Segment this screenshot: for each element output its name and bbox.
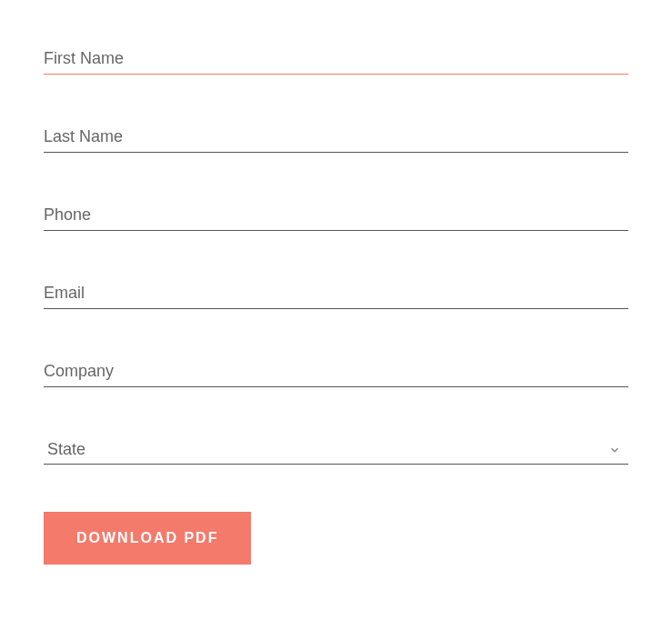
- email-input[interactable]: [44, 278, 628, 309]
- first-name-field: [44, 44, 628, 75]
- company-input[interactable]: [44, 356, 628, 387]
- phone-field: [44, 200, 628, 231]
- company-field: [44, 356, 628, 387]
- first-name-input[interactable]: [44, 44, 628, 75]
- state-field: State: [44, 435, 628, 465]
- last-name-input[interactable]: [44, 122, 628, 153]
- state-select[interactable]: State: [44, 435, 628, 465]
- download-pdf-button[interactable]: DOWNLOAD PDF: [44, 512, 251, 565]
- email-field: [44, 278, 628, 309]
- last-name-field: [44, 122, 628, 153]
- form-container: State DOWNLOAD PDF: [44, 44, 628, 565]
- phone-input[interactable]: [44, 200, 628, 231]
